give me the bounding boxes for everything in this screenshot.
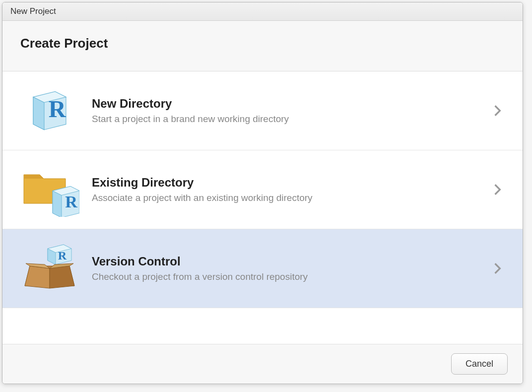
r-cube-icon: R <box>17 83 82 138</box>
option-title: New Directory <box>92 97 488 111</box>
option-title: Version Control <box>92 255 488 268</box>
chevron-right-icon <box>488 262 508 275</box>
box-r-cube-icon: R <box>17 241 82 296</box>
new-project-dialog: New Project Create Project R New Directo… <box>2 2 523 384</box>
option-new-directory[interactable]: R New Directory Start a project in a bra… <box>2 71 523 150</box>
chevron-right-icon <box>488 104 508 117</box>
option-text: New Directory Start a project in a brand… <box>82 97 488 125</box>
option-text: Existing Directory Associate a project w… <box>82 176 488 203</box>
option-desc: Checkout a project from a version contro… <box>92 271 488 282</box>
project-options-list: R New Directory Start a project in a bra… <box>2 71 523 308</box>
svg-text:R: R <box>65 193 77 211</box>
folder-r-cube-icon: R <box>17 162 82 217</box>
svg-text:R: R <box>49 96 66 122</box>
svg-marker-13 <box>25 266 50 288</box>
dialog-footer: Cancel <box>2 344 523 384</box>
option-title: Existing Directory <box>92 176 488 190</box>
page-title: Create Project <box>20 36 505 51</box>
option-desc: Start a project in a brand new working d… <box>92 114 488 125</box>
window-title: New Project <box>2 2 523 21</box>
option-desc: Associate a project with an existing wor… <box>92 193 488 203</box>
chevron-right-icon <box>488 183 508 196</box>
option-version-control[interactable]: R Version Control Checkout a project fro… <box>2 229 523 308</box>
dialog-header: Create Project <box>2 21 523 71</box>
svg-marker-14 <box>50 266 74 288</box>
cancel-button[interactable]: Cancel <box>451 353 508 375</box>
option-text: Version Control Checkout a project from … <box>82 255 488 282</box>
svg-text:R: R <box>58 249 67 262</box>
option-existing-directory[interactable]: R Existing Directory Associate a project… <box>2 150 523 229</box>
